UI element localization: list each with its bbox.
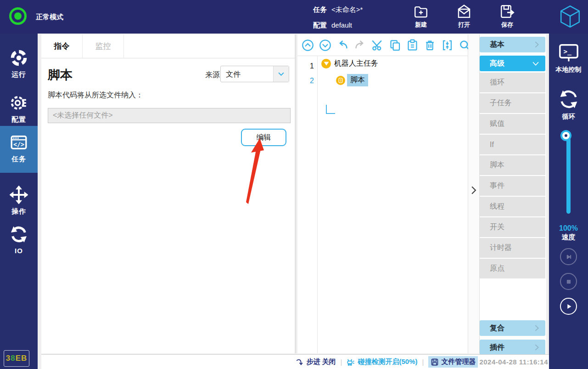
sidebar-item-task[interactable]: </> 任务 (0, 126, 38, 173)
cut-icon[interactable] (371, 39, 384, 51)
instr-item-event[interactable]: 事件 (480, 176, 545, 196)
selected-file-field[interactable]: <未选择任何文件> (48, 108, 291, 123)
terminal-icon: >_ (558, 42, 579, 63)
tree-row-script[interactable]: 脚本 (336, 74, 368, 86)
group-label: 基本 (490, 40, 504, 50)
file-manager-button[interactable]: 文件管理器 (428, 356, 478, 368)
device-code-part1: 3 (6, 354, 11, 363)
group-basic[interactable]: 基本 (480, 37, 545, 52)
redo-icon[interactable] (354, 39, 366, 51)
paste-icon[interactable] (406, 39, 419, 51)
tab-command[interactable]: 指令 (41, 34, 83, 58)
instr-item-home[interactable]: 原点 (480, 259, 545, 278)
group-composite[interactable]: 复合 (480, 320, 545, 336)
tab-bar: 指令 监控 (41, 34, 295, 58)
device-code-part3: EB (16, 354, 28, 363)
chevron-right-icon (535, 41, 539, 48)
open-button[interactable]: 打开 (450, 4, 478, 29)
open-label: 打开 (458, 21, 470, 29)
source-select[interactable]: 文件 (220, 66, 289, 82)
tree-node-label: 脚本 (347, 74, 368, 86)
task-label: 任务 (313, 6, 327, 13)
page-title: 脚本 (48, 67, 73, 83)
script-node-icon (336, 76, 345, 85)
annotation-arrow (242, 138, 266, 205)
speed-slider-knob[interactable] (562, 132, 570, 139)
group-label: 高级 (490, 59, 504, 68)
config-label: 配置 (313, 21, 327, 29)
edit-button[interactable]: 编辑 (241, 129, 286, 146)
chevron-right-icon (535, 325, 539, 331)
local-control-button[interactable]: >_ 本地控制 (549, 42, 588, 74)
line-number: 1 (297, 62, 314, 70)
insert-icon[interactable] (441, 39, 454, 51)
sidebar-item-io[interactable]: IO (0, 218, 38, 265)
device-code-badge[interactable]: 38EB (4, 350, 29, 367)
undo-icon[interactable] (336, 39, 349, 51)
tab-monitor[interactable]: 监控 (83, 34, 124, 58)
instruction-palette: 基本 高级 循环 子任务 赋值 If 脚本 事件 线程 开关 计时器 原点 复合… (480, 34, 546, 355)
instr-item-script[interactable]: 脚本 (480, 155, 545, 175)
mode-label: 正常模式 (36, 13, 63, 22)
stop-button[interactable] (560, 273, 577, 290)
new-task-button[interactable]: 新建 (407, 4, 435, 29)
sidebar-item-label: 运行 (11, 70, 26, 79)
step-next-button[interactable] (560, 248, 577, 265)
move-arrows-icon (10, 186, 28, 204)
play-icon (564, 301, 574, 312)
instr-item-switch[interactable]: 开关 (480, 217, 545, 237)
svg-text:>_: >_ (563, 48, 571, 56)
task-code-icon: </> (10, 133, 28, 152)
collapse-triangle-icon[interactable] (321, 59, 331, 68)
chevron-down-icon (532, 62, 539, 66)
task-tree-panel: 1 机器人主任务 2 脚本 (297, 34, 468, 353)
control-rail: >_ 本地控制 循环 100% 速度 (549, 34, 588, 369)
config-value: default (331, 21, 352, 29)
move-up-icon[interactable] (302, 39, 314, 51)
instr-item-loop[interactable]: 循环 (480, 73, 545, 92)
stop-icon (564, 277, 574, 287)
loop-button[interactable]: 循环 (549, 89, 588, 121)
speed-value: 100% (549, 224, 588, 233)
move-down-icon[interactable] (319, 39, 331, 51)
left-nav: 运行 配置 </> 任务 (0, 34, 38, 369)
loop-label: 循环 (562, 113, 575, 121)
expand-panel-chevron-icon[interactable] (470, 186, 477, 194)
sidebar-item-label: 任务 (11, 155, 26, 164)
instr-item-timer[interactable]: 计时器 (480, 238, 545, 258)
speed-slider-track[interactable] (566, 138, 571, 214)
group-label: 复合 (490, 324, 504, 333)
play-button[interactable] (560, 298, 577, 315)
step-mode-label: 步进 关闭 (306, 358, 336, 366)
group-advanced[interactable]: 高级 (480, 56, 545, 71)
group-plugin[interactable]: 插件 (480, 340, 545, 355)
brand-logo-icon (560, 5, 581, 28)
save-button[interactable]: 保存 (493, 4, 521, 29)
config-name-row: 配置default (313, 21, 352, 30)
instr-item-thread[interactable]: 线程 (480, 197, 545, 216)
panel-splitter (468, 34, 480, 353)
top-bar: 正常模式 任务<未命名>* 配置default 新建 打开 (0, 0, 588, 34)
sidebar-item-label: IO (15, 247, 23, 255)
sidebar-item-run[interactable]: 运行 (0, 41, 38, 88)
loop-icon (558, 89, 579, 110)
step-mode-toggle[interactable]: 步进 关闭 (296, 358, 336, 366)
script-description: 脚本代码将从所选文件纳入： (48, 91, 143, 100)
instr-item-assign[interactable]: 赋值 (480, 114, 545, 134)
instr-item-subtask[interactable]: 子任务 (480, 93, 545, 113)
separator: | (422, 358, 424, 366)
group-label: 插件 (490, 343, 504, 352)
file-manager-label: 文件管理器 (441, 358, 476, 366)
step-mode-icon (296, 358, 304, 366)
instr-item-if[interactable]: If (480, 135, 545, 154)
tree-node-label: 机器人主任务 (334, 59, 378, 68)
source-selected-value: 文件 (226, 70, 241, 79)
tree-row-main-task[interactable]: 机器人主任务 (321, 59, 378, 68)
run-icon (10, 49, 28, 67)
line-number: 2 (297, 77, 314, 85)
collision-detect-toggle[interactable]: 碰撞检测开启(50%) (347, 358, 417, 366)
copy-icon[interactable] (389, 39, 401, 51)
status-bar: 步进 关闭 | 碰撞检测开启(50%) | 文件管理器 2024-04-28 1… (41, 354, 549, 369)
delete-icon[interactable] (424, 39, 436, 51)
file-manager-icon (431, 358, 439, 366)
